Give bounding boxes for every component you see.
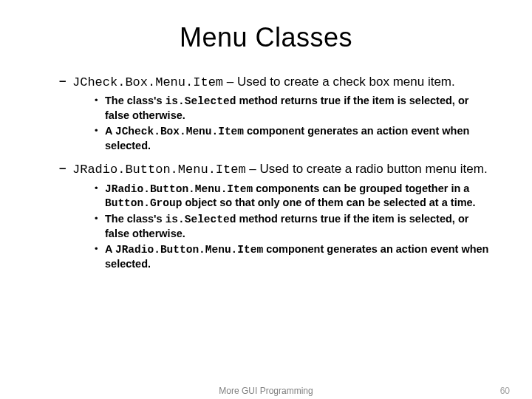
sub-item: • A JCheck.Box.Menu.Item component gener… [95,124,495,153]
footer-text: More GUI Programming [0,386,532,396]
dot-bullet: • [95,94,105,107]
sub-body: The class's is.Selected method returns t… [105,212,495,241]
text: The class's [105,213,166,225]
text: A [105,243,115,255]
sub-item: • The class's is.Selected method returns… [95,94,495,123]
sub-list: • The class's is.Selected method returns… [59,94,495,152]
text: The class's [105,95,166,106]
sub-body: JRadio.Button.Menu.Item components can b… [105,182,495,211]
code: JRadio.Button.Menu.Item [115,244,263,256]
content-area: – JCheck.Box.Menu.Item – Used to create … [37,74,495,271]
dot-bullet: • [95,124,105,137]
page-number: 60 [500,386,510,396]
list-item-body: JCheck.Box.Menu.Item – Used to create a … [72,74,495,91]
sub-item: • JRadio.Button.Menu.Item components can… [95,182,495,211]
dash-bullet: – [59,161,72,176]
sub-item: • The class's is.Selected method returns… [95,212,495,241]
dot-bullet: • [95,242,105,256]
class-name: JRadio.Button.Menu.Item [72,163,246,177]
sub-body: A JRadio.Button.Menu.Item component gene… [105,242,495,271]
code: JCheck.Box.Menu.Item [115,126,244,137]
text: components can be grouped together in a [253,183,469,194]
text: object so that only one of them can be s… [182,197,475,208]
dash-bullet: – [59,74,72,89]
sub-item: • A JRadio.Button.Menu.Item component ge… [95,242,495,271]
code: is.Selected [166,95,236,107]
code: JRadio.Button.Menu.Item [105,183,253,195]
list-item-body: JRadio.Button.Menu.Item – Used to create… [72,161,495,178]
list-item: – JRadio.Button.Menu.Item – Used to crea… [59,161,495,178]
code: is.Selected [166,214,236,225]
item-desc: – Used to create a radio button menu ite… [246,162,488,176]
class-name: JCheck.Box.Menu.Item [72,75,223,89]
code: Button.Group [105,197,182,209]
sub-body: The class's is.Selected method returns t… [105,94,495,123]
text: A [105,125,115,137]
dot-bullet: • [95,182,105,195]
item-desc: – Used to create a check box menu item. [223,75,455,89]
dot-bullet: • [95,212,105,225]
slide-title: Menu Classes [37,22,495,53]
list-item: – JCheck.Box.Menu.Item – Used to create … [59,74,495,91]
sub-list: • JRadio.Button.Menu.Item components can… [59,182,495,271]
sub-body: A JCheck.Box.Menu.Item component generat… [105,124,495,153]
